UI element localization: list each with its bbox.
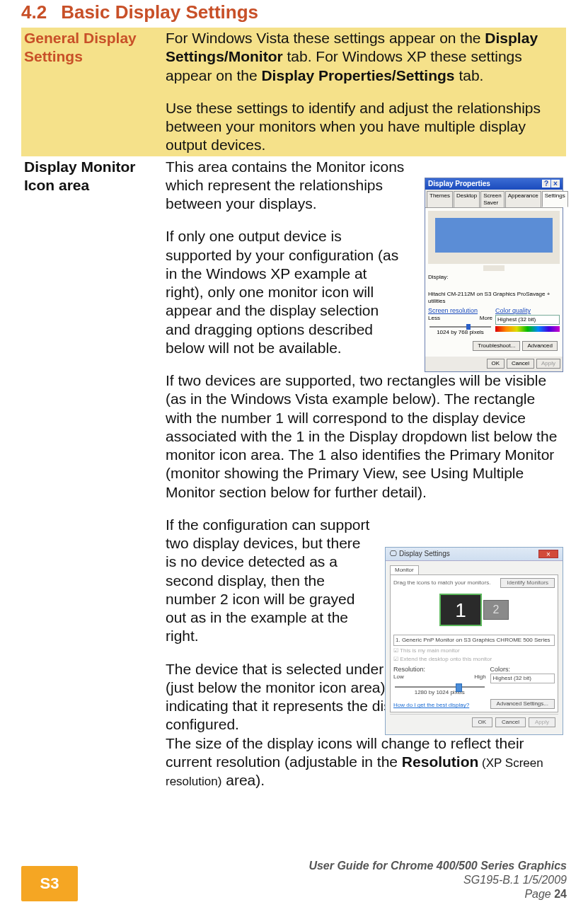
footer-page: Page 24 — [309, 887, 567, 901]
xp-color-select[interactable]: Highest (32 bit) — [495, 315, 560, 325]
xp-advanced-button[interactable]: Advanced — [522, 341, 558, 351]
close-icon[interactable]: × — [551, 180, 560, 187]
close-icon[interactable]: × — [538, 550, 558, 558]
vista-display-settings-dialog: 🖵Display Settings × Monitor Drag the ico… — [385, 547, 563, 736]
vista-res-label: Resolution: — [393, 666, 486, 674]
monitor-preview-icon — [428, 211, 560, 264]
vista-advanced-button[interactable]: Advanced Settings... — [490, 699, 555, 709]
vista-color-section: Colors: Highest (32 bit) — [490, 666, 555, 696]
xp-tabs: Themes Desktop Screen Saver Appearance S… — [425, 190, 563, 208]
vista-main-monitor-checkbox[interactable]: ☑ This is my main monitor — [393, 647, 555, 654]
vista-res-value: 1280 by 1024 pixels — [393, 689, 486, 696]
row1-label: General Display Settings — [21, 28, 163, 156]
row2-label: Display Monitor Icon area — [21, 156, 163, 806]
xp-tab-themes[interactable]: Themes — [427, 191, 453, 207]
vista-resolution-section: Resolution: LowHigh 1280 by 1024 pixels — [393, 666, 486, 696]
row2-para4: If the configuration can support two dis… — [166, 516, 371, 646]
xp-color-label: Color quality — [495, 307, 560, 315]
row2-content: This area contains the Monitor icons whi… — [163, 156, 566, 806]
xp-tab-settings[interactable]: Settings — [542, 191, 568, 207]
page-footer: S3 User Guide for Chrome 400/500 Series … — [21, 859, 567, 901]
row1-para2: Use these settings to identify and adjus… — [166, 99, 563, 155]
row2-para6: The size of the display icons will chang… — [166, 734, 563, 790]
vista-extend-desktop-checkbox[interactable]: ☑ Extend the desktop onto this monitor — [393, 656, 555, 663]
row-display-monitor-icon-area: Display Monitor Icon area This area cont… — [21, 156, 566, 806]
vista-title-text: Display Settings — [399, 550, 450, 559]
vista-apply-button[interactable]: Apply — [529, 717, 555, 727]
color-spectrum-icon — [495, 326, 560, 332]
section-number: 4.2 — [21, 1, 47, 23]
vista-help-link[interactable]: How do I get the best display? — [393, 702, 469, 709]
row-general-display-settings: General Display Settings For Windows Vis… — [21, 28, 566, 156]
xp-title-buttons: ?× — [541, 180, 560, 189]
s3-graphics-logo: S3 — [21, 866, 78, 901]
xp-ok-button[interactable]: OK — [487, 359, 505, 369]
xp-res-value: 1024 by 768 pixels — [428, 329, 492, 336]
xp-resolution-section: Screen resolution LessMore 1024 by 768 p… — [428, 307, 492, 336]
vista-res-slider[interactable] — [395, 686, 485, 688]
xp-troubleshoot-button[interactable]: Troubleshoot... — [473, 341, 520, 351]
xp-tab-appearance[interactable]: Appearance — [505, 191, 541, 207]
row1-para1: For Windows Vista these settings appear … — [166, 29, 563, 85]
identify-monitors-button[interactable]: Identify Monitors — [500, 578, 555, 588]
xp-res-slider[interactable] — [430, 326, 491, 328]
monitor-icon-area[interactable]: 1 2 — [393, 588, 555, 632]
row1-content: For Windows Vista these settings appear … — [163, 28, 566, 156]
row2-para1: This area contains the Monitor icons whi… — [166, 158, 408, 214]
section-heading: 4.2Basic Display Settings — [21, 1, 567, 23]
xp-cancel-button[interactable]: Cancel — [507, 359, 534, 369]
row2-para2: If only one output device is supported b… — [166, 227, 408, 357]
xp-tab-desktop[interactable]: Desktop — [454, 191, 480, 207]
vista-display-select[interactable]: 1. Generic PnP Monitor on S3 Graphics CH… — [393, 635, 555, 646]
help-icon[interactable]: ? — [542, 180, 550, 187]
xp-res-label: Screen resolution — [428, 307, 492, 315]
footer-guide-title: User Guide for Chrome 400/500 Series Gra… — [309, 859, 567, 873]
xp-color-section: Color quality Highest (32 bit) — [495, 307, 560, 336]
vista-titlebar: 🖵Display Settings × — [386, 548, 563, 562]
monitor-2-icon[interactable]: 2 — [483, 600, 509, 620]
vista-tab-monitor[interactable]: Monitor — [390, 565, 419, 574]
xp-titlebar: Display Properties ?× — [425, 178, 563, 190]
vista-color-label: Colors: — [490, 666, 555, 674]
row2-para3: If two devices are supported, two rectan… — [166, 371, 563, 502]
vista-ok-button[interactable]: OK — [472, 717, 493, 727]
xp-body: Display: Hitachi CM-2112M on S3 Graphics… — [425, 208, 563, 357]
footer-text: User Guide for Chrome 400/500 Series Gra… — [309, 859, 567, 901]
xp-display-label: Display: — [428, 274, 560, 281]
vista-body: Monitor Drag the icons to match your mon… — [386, 561, 563, 734]
xp-title-text: Display Properties — [428, 180, 490, 189]
settings-table: General Display Settings For Windows Vis… — [21, 28, 566, 805]
monitor-icon: 🖵 — [390, 550, 397, 559]
footer-docid-date: SG195-B.1 1/5/2009 — [309, 873, 567, 887]
vista-cancel-button[interactable]: Cancel — [495, 717, 526, 727]
xp-display-value: Hitachi CM-2112M on S3 Graphics ProSavag… — [428, 291, 560, 305]
section-title: Basic Display Settings — [61, 1, 258, 23]
xp-display-properties-dialog: Display Properties ?× Themes Desktop Scr… — [425, 178, 563, 373]
xp-apply-button[interactable]: Apply — [536, 359, 560, 369]
xp-tab-screensaver[interactable]: Screen Saver — [480, 191, 504, 207]
vista-color-select[interactable]: Highest (32 bit) — [490, 674, 555, 683]
vista-drag-text: Drag the icons to match your monitors. — [393, 579, 490, 587]
monitor-1-icon[interactable]: 1 — [439, 594, 482, 626]
